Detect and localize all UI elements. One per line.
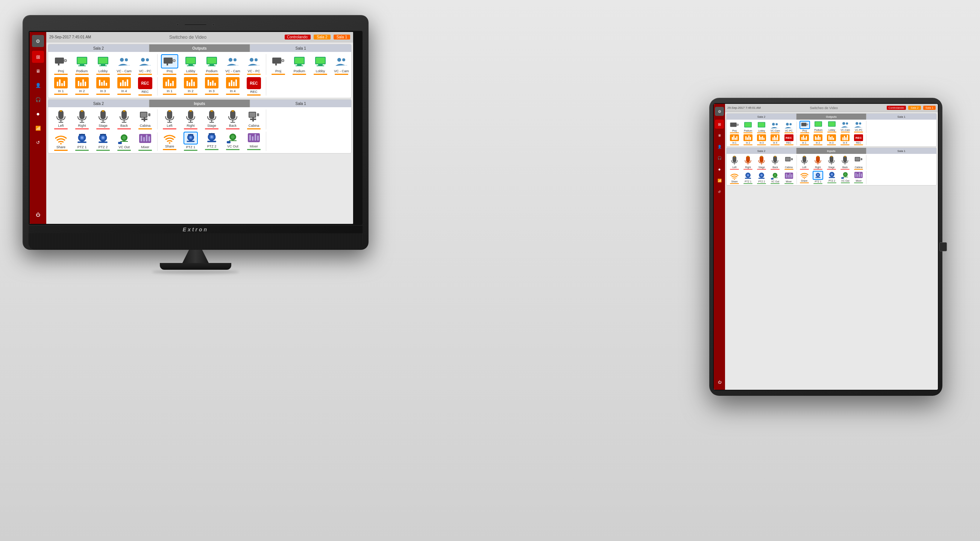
- t-s2-podium[interactable]: Podium: [743, 121, 753, 133]
- t-mixer-out-in3[interactable]: In 3: [827, 134, 836, 145]
- t-rec-s2[interactable]: REC REC: [784, 134, 794, 145]
- device-out-lobby[interactable]: Podium: [202, 54, 221, 75]
- t-s2-vcpc[interactable]: VC-PC: [784, 121, 794, 133]
- mic-in-stage[interactable]: Stage: [202, 110, 221, 129]
- t-mixer-s2-in1[interactable]: In 1: [730, 134, 739, 145]
- device-sala2-lobby[interactable]: Lobby: [93, 54, 113, 75]
- mic-s2-right[interactable]: Right: [72, 110, 92, 129]
- wifi-in[interactable]: Share: [160, 132, 180, 151]
- t-mixer-out-in4[interactable]: In 4: [840, 134, 850, 145]
- t-out-proj[interactable]: Proj: [800, 121, 810, 133]
- wifi-s2[interactable]: Share: [51, 132, 71, 151]
- t-mixer-out-in2[interactable]: In 2: [813, 134, 822, 145]
- t-mixer-s2-in4[interactable]: In 4: [770, 134, 780, 145]
- t-vcout-in[interactable]: VC Out: [840, 171, 850, 184]
- device-sala2-podium[interactable]: Podium: [72, 54, 92, 75]
- tablet-sidebar-power[interactable]: ⏻: [715, 378, 724, 387]
- sidebar-grid[interactable]: ⊞: [32, 51, 44, 63]
- tablet-sidebar-headphone[interactable]: 🎧: [715, 153, 724, 163]
- vcout-s2[interactable]: VC Out: [115, 132, 134, 151]
- rec-out[interactable]: REC REC: [244, 77, 264, 96]
- cabina-in[interactable]: Cabina: [244, 110, 264, 129]
- tablet-sidebar-gear[interactable]: ⚙: [715, 107, 724, 116]
- mixer-out-in4[interactable]: In 4: [223, 77, 243, 96]
- t-mic-s2-right[interactable]: Right: [743, 155, 753, 170]
- mixer-s2-in2[interactable]: In 2: [72, 77, 92, 96]
- device-sala2-vccam[interactable]: VC - Cam: [115, 54, 134, 75]
- sidebar-gear[interactable]: ⚙: [32, 35, 44, 47]
- t-mic-s2-left[interactable]: Left: [730, 155, 739, 170]
- t-ptz2-s2[interactable]: PTZ 2: [757, 172, 767, 184]
- mic-in-right[interactable]: Right: [181, 110, 200, 129]
- device-out-podium[interactable]: Lobby: [181, 54, 200, 75]
- mic-in-left[interactable]: Left: [160, 110, 180, 129]
- sidebar-dot[interactable]: ●: [32, 108, 44, 120]
- vcout-in[interactable]: VC Out: [223, 132, 243, 151]
- t-mic-s2-back[interactable]: Back: [770, 155, 780, 170]
- mic-in-back[interactable]: Back: [223, 110, 243, 129]
- t-out-vcpc[interactable]: VC-PC: [854, 121, 864, 133]
- device-s1-vccam[interactable]: VC - Cam: [332, 54, 351, 75]
- t-rec-out[interactable]: REC REC: [854, 134, 863, 145]
- t-mixer-out-in1[interactable]: In 1: [800, 134, 809, 145]
- t-mixer-in-ptz[interactable]: Mixer: [854, 171, 864, 184]
- t-out-vccam[interactable]: VC-Cam: [840, 121, 850, 133]
- device-sala2-vcpc[interactable]: VC - PC: [135, 54, 155, 75]
- mic-s2-stage[interactable]: Stage: [93, 110, 113, 129]
- mixer-out-in1[interactable]: In 1: [160, 77, 180, 96]
- device-s1-proj[interactable]: Proj: [269, 54, 288, 75]
- t-s2-proj[interactable]: Proj: [730, 121, 739, 133]
- device-out-vcpc[interactable]: VC - PC: [244, 54, 264, 75]
- mic-s2-back[interactable]: Back: [115, 110, 134, 129]
- mixer-out-in2[interactable]: In 2: [181, 77, 200, 96]
- tablet-sidebar-grid[interactable]: ⊞: [715, 120, 724, 129]
- t-mixer-s2-in3[interactable]: In 3: [757, 134, 766, 145]
- sidebar-refresh[interactable]: ↺: [32, 137, 44, 148]
- t-wifi-s2[interactable]: Share: [730, 172, 739, 184]
- tablet-sidebar-signal[interactable]: 📶: [715, 176, 724, 185]
- ptz1-s2[interactable]: PTZ 1: [72, 132, 92, 151]
- device-out-vccam[interactable]: VC - Cam: [223, 54, 243, 75]
- tablet-sidebar-dot[interactable]: ●: [715, 165, 724, 174]
- t-s2-lobby[interactable]: Lobby: [757, 121, 767, 133]
- mixer-out-in3[interactable]: In 3: [202, 77, 221, 96]
- t-wifi-in[interactable]: Share: [800, 171, 809, 184]
- sidebar-power[interactable]: ⏻: [32, 209, 44, 221]
- sidebar-person[interactable]: 👤: [32, 80, 44, 91]
- sidebar-signal[interactable]: 📶: [32, 122, 44, 134]
- t-out-lobby[interactable]: Lobby: [827, 121, 837, 133]
- mixer-in-flat[interactable]: Mixer: [244, 132, 264, 151]
- tablet-sidebar-display[interactable]: 🖥: [715, 131, 724, 140]
- mic-s2-left[interactable]: Left: [51, 110, 71, 129]
- ptz2-s2[interactable]: PTZ 2: [93, 132, 113, 151]
- mixer-s2-in4[interactable]: In 4: [115, 77, 134, 96]
- t-cabina-in[interactable]: Cabina: [854, 155, 864, 170]
- t-out-podium[interactable]: Podium: [813, 121, 823, 133]
- device-out-proj[interactable]: Proj: [160, 54, 180, 75]
- ptz1-in[interactable]: PTZ 1: [181, 132, 200, 151]
- t-ptz2-in[interactable]: PTZ 2: [827, 171, 837, 184]
- t-cabina-s2[interactable]: Cabina: [784, 155, 794, 170]
- device-s1-lobby[interactable]: Lobby: [310, 54, 330, 75]
- tablet-sidebar-refresh[interactable]: ↺: [715, 187, 724, 196]
- t-s2-vccam[interactable]: VC-Cam: [770, 121, 780, 133]
- sidebar-headphone[interactable]: 🎧: [32, 94, 44, 106]
- device-s1-podium[interactable]: Podium: [290, 54, 309, 75]
- t-vcout-s2[interactable]: VC Out: [770, 172, 780, 184]
- mixer-s2-in1[interactable]: In 1: [51, 77, 71, 96]
- t-mic-in-back[interactable]: Back: [840, 155, 850, 170]
- tablet-sala1-btn[interactable]: Sala 1: [923, 106, 935, 110]
- t-mixer-s2-ptz[interactable]: Mixer: [784, 172, 794, 184]
- t-mic-in-stage[interactable]: Stage: [827, 155, 836, 170]
- t-mixer-s2-in2[interactable]: In 2: [743, 134, 752, 145]
- sidebar-display[interactable]: 🖥: [32, 65, 44, 77]
- tablet-sidebar-person[interactable]: 👤: [715, 142, 724, 151]
- header-sala1-btn[interactable]: Sala 1: [334, 35, 350, 40]
- t-mic-in-right[interactable]: Right: [813, 155, 823, 170]
- rec-s2[interactable]: REC REC: [135, 77, 155, 96]
- t-mic-in-left[interactable]: Left: [800, 155, 809, 170]
- t-ptz1-s2[interactable]: PTZ 1: [743, 172, 753, 184]
- ptz2-in[interactable]: PTZ 2: [202, 132, 221, 151]
- tablet-sala2-btn[interactable]: Sala 2: [908, 106, 921, 110]
- device-sala2-proj[interactable]: Proj: [51, 54, 71, 75]
